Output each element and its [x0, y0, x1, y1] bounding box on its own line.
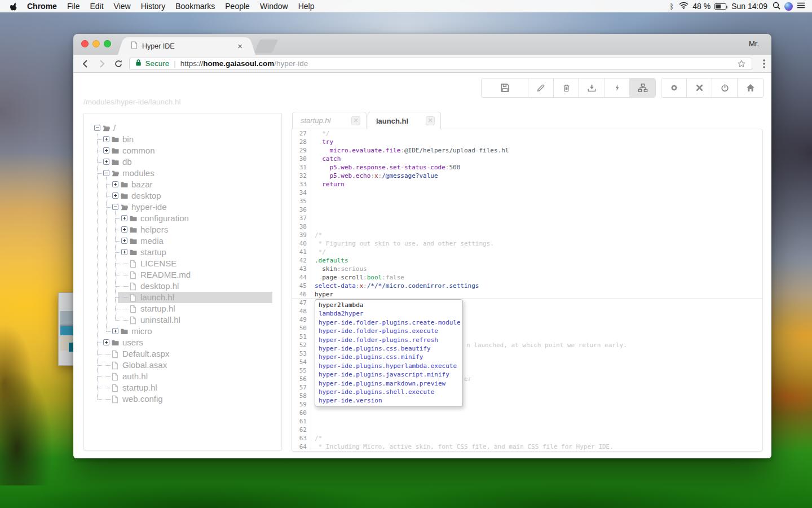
- code-line-40[interactable]: 40 * Figuring out skin to use, and other…: [292, 239, 762, 248]
- tree-item-global-asax[interactable]: Global.asax: [84, 360, 281, 371]
- autocomplete-item[interactable]: hyper-ide.plugins.javascript.minify: [315, 370, 462, 379]
- tree-expander-plus-icon[interactable]: [103, 136, 109, 142]
- tree-expander-plus-icon[interactable]: [112, 192, 118, 199]
- tree-item-startup[interactable]: startup: [84, 247, 281, 258]
- autocomplete-item[interactable]: hyper-ide.plugins.css.beautify: [315, 344, 462, 353]
- tree-item-helpers[interactable]: helpers: [84, 224, 281, 235]
- code-line-46[interactable]: 46hyper: [292, 290, 762, 299]
- window-close-button[interactable]: [81, 40, 89, 47]
- tab-close-icon[interactable]: ×: [237, 42, 242, 50]
- autocomplete-item[interactable]: hyper-ide.folder-plugins.create-module: [315, 318, 462, 327]
- tree-item-startup-hl[interactable]: startup.hl: [84, 303, 281, 314]
- window-zoom-button[interactable]: [104, 40, 111, 47]
- tree-expander-plus-icon[interactable]: [103, 339, 109, 345]
- save-button[interactable]: [482, 78, 528, 97]
- code-line-35[interactable]: 35: [292, 197, 762, 205]
- tree-item-media[interactable]: media: [84, 235, 281, 247]
- menu-people[interactable]: People: [220, 2, 255, 11]
- code-line-45[interactable]: 45select-data:x:/*/*/micro.codemirror.se…: [292, 282, 762, 290]
- tree-item-db[interactable]: db: [84, 156, 281, 168]
- autocomplete-item[interactable]: hyper-ide.plugins.markdown.preview: [315, 379, 462, 388]
- code-line-32[interactable]: 32 p5.web.echo:x:/@message?value: [292, 172, 762, 180]
- code-line-28[interactable]: 28 try: [292, 138, 762, 146]
- code-line-63[interactable]: 63/*: [292, 434, 762, 443]
- reload-icon[interactable]: [111, 59, 127, 69]
- tree-item-uninstall-hl[interactable]: uninstall.hl: [84, 314, 281, 326]
- wifi-icon[interactable]: [679, 2, 689, 11]
- settings-button[interactable]: [661, 78, 687, 97]
- notification-center-icon[interactable]: [797, 2, 805, 11]
- profile-name[interactable]: Mr.: [749, 40, 759, 48]
- tree-item-modules[interactable]: modules: [84, 168, 281, 179]
- code-line-36[interactable]: 36: [292, 205, 762, 214]
- menu-edit[interactable]: Edit: [85, 2, 108, 11]
- tree-item-default-aspx[interactable]: Default.aspx: [84, 348, 281, 360]
- code-line-43[interactable]: 43 skin:serious: [292, 265, 762, 273]
- back-icon[interactable]: [77, 59, 94, 69]
- tree-item-license[interactable]: LICENSE: [84, 258, 281, 269]
- tree-expander-plus-icon[interactable]: [112, 328, 118, 334]
- editor-tab-close-icon[interactable]: ✕: [426, 116, 435, 125]
- menu-chrome[interactable]: Chrome: [22, 2, 62, 11]
- tree-expander-minus-icon[interactable]: [112, 204, 118, 210]
- new-tab-button[interactable]: [254, 40, 279, 53]
- tree-expander-plus-icon[interactable]: [121, 215, 127, 221]
- code-line-44[interactable]: 44 page-scroll:bool:false: [292, 273, 762, 282]
- tree-item-web-config[interactable]: web.config: [84, 393, 281, 405]
- bookmark-star-icon[interactable]: [737, 59, 746, 68]
- code-line-38[interactable]: 38: [292, 222, 762, 231]
- tree-expander-plus-icon[interactable]: [121, 238, 127, 244]
- bluetooth-icon[interactable]: ᛒ: [668, 2, 675, 11]
- menubar-clock[interactable]: Sun 14:09: [730, 2, 769, 11]
- autocomplete-item[interactable]: hyper2lambda: [315, 301, 462, 309]
- code-line-27[interactable]: 27 */: [292, 129, 762, 138]
- address-bar[interactable]: Secure | https:// home.gaiasoul.com /hyp…: [129, 58, 752, 70]
- tree-expander-plus-icon[interactable]: [103, 147, 109, 154]
- menu-history[interactable]: History: [136, 2, 171, 11]
- menu-file[interactable]: File: [62, 2, 85, 11]
- apple-menu-icon[interactable]: [10, 2, 17, 11]
- code-line-60[interactable]: 60: [292, 409, 762, 417]
- siri-icon[interactable]: [784, 2, 793, 11]
- autocomplete-item[interactable]: lambda2hyper: [315, 309, 462, 318]
- tree-item-users[interactable]: users: [84, 337, 281, 348]
- menu-window[interactable]: Window: [255, 2, 293, 11]
- tree-item-desktop-hl[interactable]: desktop.hl: [84, 281, 281, 292]
- tree-expander-plus-icon[interactable]: [103, 159, 109, 165]
- tree-view-button[interactable]: [630, 78, 655, 97]
- window-minimize-button[interactable]: [92, 40, 100, 47]
- tree-expander-plus-icon[interactable]: [121, 249, 127, 255]
- code-line-64[interactable]: 64 * Including Micro, active skin, font …: [292, 443, 762, 451]
- delete-button[interactable]: [554, 78, 579, 97]
- code-line-42[interactable]: 42.defaults: [292, 256, 762, 265]
- tree-item-configuration[interactable]: configuration: [84, 213, 281, 224]
- editor-tab-startup[interactable]: startup.hl ✕: [292, 112, 367, 129]
- forward-icon[interactable]: [94, 59, 111, 69]
- edit-button[interactable]: [528, 78, 554, 97]
- autocomplete-item[interactable]: hyper-ide.plugins.shell.execute: [315, 388, 462, 396]
- code-line-39[interactable]: 39/*: [292, 231, 762, 239]
- autocomplete-item[interactable]: hyper-ide.folder-plugins.refresh: [315, 336, 462, 344]
- code-line-31[interactable]: 31 p5.web.response.set-status-code:500: [292, 163, 762, 172]
- tree-item-root[interactable]: /: [84, 122, 281, 134]
- execute-button[interactable]: [604, 78, 630, 97]
- autocomplete-item[interactable]: hyper-ide.version: [315, 396, 462, 405]
- code-line-62[interactable]: 62: [292, 426, 762, 434]
- close-button[interactable]: [687, 78, 712, 97]
- tree-item-micro[interactable]: micro: [84, 326, 281, 337]
- editor-tab-launch[interactable]: launch.hl ✕: [368, 112, 441, 129]
- tree-item-hyper-ide[interactable]: hyper-ide: [84, 202, 281, 213]
- home-button[interactable]: [738, 78, 763, 97]
- download-button[interactable]: [579, 78, 604, 97]
- editor-tab-close-icon[interactable]: ✕: [351, 116, 360, 125]
- power-button[interactable]: [712, 78, 738, 97]
- tree-expander-plus-icon[interactable]: [121, 226, 127, 233]
- tree-item-startup-hl[interactable]: startup.hl: [84, 382, 281, 393]
- tree-expander-minus-icon[interactable]: [103, 170, 109, 176]
- tree-item-bin[interactable]: bin: [84, 134, 281, 145]
- tree-item-common[interactable]: common: [84, 145, 281, 156]
- browser-tab[interactable]: Hyper IDE ×: [125, 37, 248, 55]
- tree-item-launch-hl[interactable]: launch.hl: [84, 292, 281, 303]
- autocomplete-item[interactable]: hyper-ide.plugins.css.minify: [315, 353, 462, 361]
- autocomplete-item[interactable]: hyper-ide.folder-plugins.execute: [315, 327, 462, 335]
